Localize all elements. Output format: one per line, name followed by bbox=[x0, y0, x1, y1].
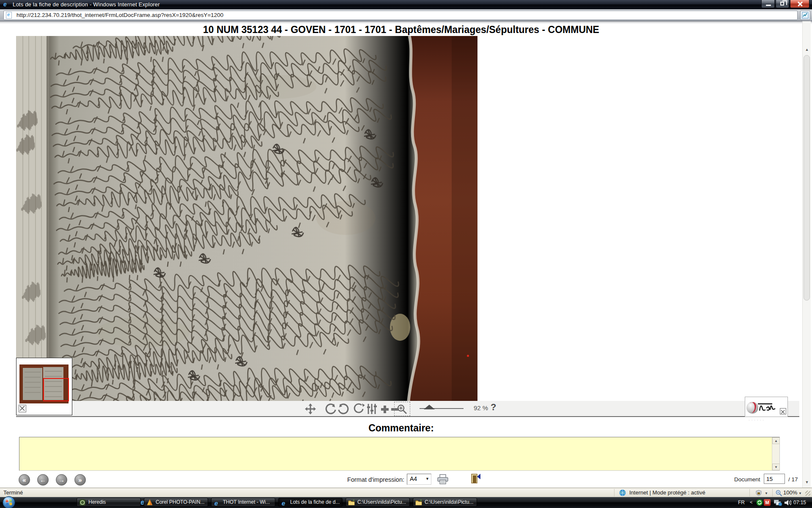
scroll-down-icon[interactable]: ▼ bbox=[803, 478, 811, 486]
taskbar-button-heredis[interactable]: Heredis bbox=[77, 498, 141, 507]
network-tray-icon[interactable] bbox=[774, 500, 782, 506]
exit-button[interactable] bbox=[470, 472, 481, 484]
close-button[interactable] bbox=[790, 0, 809, 8]
ie-icon: e bbox=[281, 499, 288, 506]
rotate-reset-icon[interactable] bbox=[353, 403, 365, 415]
next-document-button[interactable]: → bbox=[56, 474, 67, 486]
thumbnail-view-rectangle[interactable] bbox=[43, 378, 69, 401]
tray-expand-chevron[interactable]: < bbox=[750, 500, 752, 505]
comment-input[interactable]: ▲ ▼ bbox=[19, 437, 780, 471]
status-text: Terminé bbox=[3, 489, 23, 496]
screen: e Lots de la fiche de description - Wind… bbox=[0, 0, 812, 508]
security-zone-text: Internet | Mode protégé : activé bbox=[629, 489, 705, 496]
mcafee-tray-icon[interactable]: M bbox=[764, 499, 771, 506]
print-format-label: Format d'impression: bbox=[296, 476, 404, 483]
help-button[interactable]: ? bbox=[491, 402, 496, 413]
taskbar: e » Heredis Corel PHOTO-PAIN... e THOT I… bbox=[0, 497, 812, 508]
document-label: Document bbox=[734, 476, 760, 483]
zoom-slider-knob[interactable] bbox=[424, 405, 435, 409]
document-number-input[interactable] bbox=[764, 474, 785, 484]
scroll-up-icon[interactable]: ▲ bbox=[803, 46, 811, 53]
rotate-right-icon[interactable] bbox=[337, 403, 350, 415]
corel-icon bbox=[146, 499, 153, 506]
folder-icon bbox=[415, 499, 422, 506]
document-total: / 17 bbox=[788, 476, 798, 483]
adjustments-icon[interactable] bbox=[366, 403, 377, 415]
title-bar: e Lots de la fiche de description - Wind… bbox=[0, 0, 812, 9]
manuscript-drawing bbox=[16, 36, 477, 401]
taskbar-button-lots-active[interactable]: e Lots de la fiche de d... bbox=[278, 498, 343, 507]
rotate-left-icon[interactable] bbox=[324, 403, 337, 415]
chevron-down-icon[interactable]: ▼ bbox=[765, 491, 768, 495]
zoom-level: 92 % bbox=[474, 404, 488, 411]
taskbar-button-explorer-2[interactable]: C:\Users\nilda\Pictu... bbox=[413, 498, 477, 507]
logo-close-box[interactable] bbox=[780, 408, 786, 414]
pan-icon[interactable] bbox=[304, 403, 316, 415]
manuscript-image[interactable] bbox=[16, 36, 477, 401]
comment-scrollbar[interactable]: ▲ ▼ bbox=[772, 437, 779, 470]
page-icon: e bbox=[6, 12, 12, 19]
thot-logo-panel bbox=[745, 397, 788, 417]
page-zoom-level[interactable]: 100% bbox=[783, 489, 797, 496]
print-button[interactable] bbox=[436, 473, 449, 485]
thot-logo-icon bbox=[745, 397, 779, 417]
x-icon bbox=[19, 405, 25, 411]
comment-label: Commentaire: bbox=[0, 422, 802, 434]
taskbar-button-thot[interactable]: e THOT Internet - Wi... bbox=[211, 498, 275, 507]
start-button[interactable] bbox=[2, 496, 16, 508]
protected-mode-icon[interactable] bbox=[755, 490, 762, 496]
clock[interactable]: 07:15 bbox=[793, 500, 806, 505]
go-button[interactable] bbox=[800, 11, 810, 20]
last-document-button[interactable]: » bbox=[74, 474, 86, 486]
zoom-select-tool[interactable] bbox=[394, 402, 410, 416]
url-text: http://212.234.70.219/thot_internet/FrmL… bbox=[16, 12, 223, 18]
x-icon bbox=[780, 409, 785, 414]
previous-document-button[interactable]: ← bbox=[37, 474, 49, 486]
first-document-button[interactable]: « bbox=[19, 474, 30, 486]
scrollbar-thumb[interactable] bbox=[804, 55, 810, 301]
volume-tray-icon[interactable] bbox=[784, 500, 791, 506]
taskbar-button-corel[interactable]: Corel PHOTO-PAIN... bbox=[144, 498, 208, 507]
ie-icon: e bbox=[214, 499, 220, 506]
page-scrollbar[interactable]: ▲ ▼ bbox=[802, 21, 811, 488]
heredis-icon bbox=[79, 499, 86, 506]
scroll-up-icon[interactable]: ▲ bbox=[772, 437, 780, 444]
window-title: Lots de la fiche de description - Window… bbox=[13, 1, 160, 8]
address-input[interactable]: http://212.234.70.219/thot_internet/FrmL… bbox=[3, 11, 798, 20]
page-zoom-icon bbox=[776, 490, 782, 497]
annotation-dot bbox=[467, 355, 469, 357]
address-bar: http://212.234.70.219/thot_internet/FrmL… bbox=[0, 9, 812, 21]
update-tray-icon[interactable] bbox=[756, 499, 763, 506]
zoom-in-icon[interactable] bbox=[380, 403, 390, 415]
restore-button[interactable] bbox=[776, 0, 789, 8]
magnifier-plus-icon bbox=[397, 404, 408, 415]
internet-zone-icon bbox=[619, 489, 626, 497]
print-format-value: A4 bbox=[410, 475, 417, 482]
logo-dots: ······ bbox=[749, 418, 765, 422]
thumbnail-close-box[interactable] bbox=[19, 405, 26, 412]
minimize-button[interactable] bbox=[761, 0, 775, 8]
print-format-select[interactable]: A4 ▼ bbox=[407, 474, 431, 485]
status-bar: Terminé Internet | Mode protégé : activé… bbox=[0, 488, 812, 497]
taskbar-button-explorer-1[interactable]: C:\Users\nilda\Pictu... bbox=[346, 498, 410, 507]
go-icon bbox=[801, 11, 810, 19]
chevron-down-icon: ▼ bbox=[425, 477, 429, 481]
chevron-down-icon[interactable]: ▼ bbox=[798, 491, 802, 495]
resize-grip[interactable] bbox=[805, 491, 810, 496]
page-title: 10 NUM 35123 44 - GOVEN - 1701 - 1701 - … bbox=[0, 24, 802, 36]
language-indicator[interactable]: FR bbox=[738, 500, 745, 505]
folder-icon bbox=[348, 499, 355, 506]
ie-logo-icon: e bbox=[3, 1, 7, 8]
scroll-down-icon[interactable]: ▼ bbox=[772, 464, 780, 470]
